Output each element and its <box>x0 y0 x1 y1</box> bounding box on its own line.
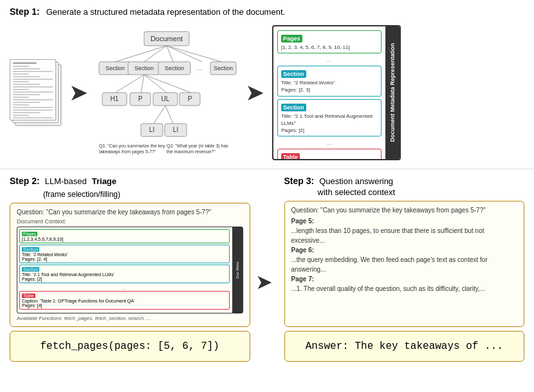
svg-line-19 <box>144 75 191 93</box>
step2-mini-table-caption: Caption: 'Table 1: GPTriage Functions fo… <box>22 299 227 303</box>
meta-section2-title: Title: "2.1 Tool and Retrieval Augmented… <box>281 113 378 127</box>
svg-line-6 <box>167 46 221 62</box>
step1-description: Generate a structured metadata represent… <box>46 7 285 17</box>
metadata-label-text: Document Metadata Representation <box>389 43 396 142</box>
step2-context-box: Question: "Can you summarize the key tak… <box>10 203 250 327</box>
step3-page7-label: Page 7: <box>291 275 315 283</box>
svg-line-2 <box>115 46 167 62</box>
step1-header: Step 1: Generate a structured metadata r… <box>10 6 524 17</box>
meta-pages-block: Pages [1, 2, 3, 4, 5, 6, 7, 8, 9, 10, 11… <box>277 30 382 53</box>
step2-mini-section1: Section Title: '2 Related Works' Pages: … <box>19 245 230 263</box>
step2-mini-pages-hdr: Pages <box>22 232 37 236</box>
tree-svg: Document Section Section Section ... Sec… <box>96 28 237 157</box>
svg-text:UL: UL <box>161 95 170 102</box>
step3-header: Step 3: Question answering <box>284 176 525 186</box>
step2-mini-meta-label: Doc Meta <box>232 227 243 313</box>
arrow-step2-to-step3: ➤ <box>250 176 278 362</box>
step2-question: Question: "Can you summarize the key tak… <box>17 209 243 216</box>
step1-label: Step 1: <box>10 6 40 17</box>
step2-result-box: fetch_pages(pages: [5, 6, 7]) <box>10 331 250 362</box>
step2-title: LLM-based <box>45 176 87 186</box>
arrow-tree-to-meta: ➤ <box>245 79 264 106</box>
svg-text:H1: H1 <box>111 95 119 102</box>
step2-column: Step 2: LLM-based Triage (frame selectio… <box>10 176 250 362</box>
step3-page6-label: Page 6: <box>291 247 315 254</box>
step2-mini-pages: Pages [1,2,3,4,5,6,7,8,9,10] <box>19 229 230 243</box>
step3-answer-box: Question: "Can you summarize the key tak… <box>284 201 525 327</box>
step2-mini-section2: Section Title: '2.1 Tool and Retrieval A… <box>19 265 230 283</box>
doc-page-front <box>10 59 56 120</box>
meta-table-label: Table <box>281 153 300 160</box>
step2-label: Step 2: <box>10 176 40 186</box>
svg-text:Q1: "Can you summarize the key: Q1: "Can you summarize the key <box>99 144 165 149</box>
step1-area: Step 1: Generate a structured metadata r… <box>0 0 534 169</box>
steps23-outer: Step 2: LLM-based Triage (frame selectio… <box>0 169 534 368</box>
metadata-inner: Pages [1, 2, 3, 4, 5, 6, 7, 8, 9, 10, 11… <box>273 26 400 159</box>
step3-answer-text: Answer: The key takeaways of ... <box>306 341 503 352</box>
metadata-representation: Document Metadata Representation Pages [… <box>272 25 401 160</box>
meta-table-block: Table Caption: "Table 1: GPTriage functi… <box>277 149 382 160</box>
step3-label: Step 3: <box>284 176 315 186</box>
step3-page5-text: ...length less than 10 pages, to ensure … <box>291 226 518 245</box>
svg-text:Q2: "What year (in table 3) ha: Q2: "What year (in table 3) has <box>167 144 228 149</box>
svg-line-28 <box>154 106 165 124</box>
meta-pages-value: [1, 2, 3, 4, 5, 6, 7, 8, 9, 10, 11] <box>281 44 378 51</box>
step2-mini-sec1-title: Title: '2 Related Works' <box>22 252 227 257</box>
meta-dots1: ... <box>277 56 382 63</box>
step2-title-bold: Triage <box>92 176 116 186</box>
step3-page6-text: ...the query embedding. We then feed eac… <box>291 255 518 274</box>
svg-text:P: P <box>188 95 192 102</box>
svg-text:LI: LI <box>173 126 178 133</box>
step2-mini-meta-label-text: Doc Meta <box>235 262 239 279</box>
step3-answer-content: Page 5: ...length less than 10 pages, to… <box>291 216 518 294</box>
meta-dots2: ... <box>277 139 382 146</box>
svg-text:Section: Section <box>106 65 125 71</box>
step2-mini-table-hdr: Table <box>22 294 35 298</box>
svg-line-3 <box>144 46 167 62</box>
svg-text:takeaways from pages 5-7?": takeaways from pages 5-7?" <box>99 149 156 154</box>
svg-text:Document: Document <box>151 35 183 42</box>
metadata-vertical-label: Document Metadata Representation <box>385 26 400 159</box>
step1-content: ➤ Document Section Section Section <box>10 22 524 163</box>
step2-mini-meta: Doc Meta Pages [1,2,3,4,5,6,7,8,9,10] Se… <box>17 227 243 313</box>
step2-mini-dots: ... <box>19 285 230 291</box>
meta-section1-label: Section <box>281 70 306 78</box>
step2-doc-context-label: Document Context: <box>17 218 243 225</box>
document-stack <box>10 59 61 127</box>
step2-mini-sec2-title: Title: '2.1 Tool and Retrieval Augmented… <box>22 272 227 277</box>
step3-page5-label: Page 5: <box>291 218 315 225</box>
svg-text:Section: Section <box>134 65 154 71</box>
step2-result-text: fetch_pages(pages: [5, 6, 7]) <box>41 341 219 352</box>
step3-title: Question answering <box>319 176 393 186</box>
svg-line-17 <box>141 75 144 93</box>
arrow-doc-to-tree: ➤ <box>69 79 88 106</box>
meta-section1-title: Title: "2 Related Works" <box>281 79 378 86</box>
svg-text:Section: Section <box>165 65 184 71</box>
step2-mini-sec1-pages: Pages: [2, 4] <box>22 257 227 261</box>
svg-text:LI: LI <box>149 126 154 133</box>
meta-pages-label: Pages <box>281 35 302 42</box>
svg-line-18 <box>144 75 167 93</box>
step2-mini-table-pages: Pages: [4] <box>22 303 227 308</box>
svg-text:...: ... <box>196 63 202 72</box>
meta-section1-pages: Pages: [2, 3] <box>281 86 378 93</box>
svg-text:the maximum revenue?": the maximum revenue?" <box>167 149 216 154</box>
step2-mini-sec2-pages: Pages: [2] <box>22 277 227 281</box>
meta-section2-pages: Pages: [2] <box>281 127 378 134</box>
svg-line-16 <box>115 75 144 93</box>
meta-section2-block: Section Title: "2.1 Tool and Retrieval A… <box>277 99 382 137</box>
meta-section1-block: Section Title: "2 Related Works" Pages: … <box>277 66 382 96</box>
step2-header: Step 2: LLM-based Triage <box>10 176 250 186</box>
svg-text:P: P <box>138 95 143 102</box>
svg-text:Section: Section <box>214 65 233 71</box>
svg-line-29 <box>165 106 173 124</box>
step3-column: Step 3: Question answering with selected… <box>278 176 525 362</box>
step3-result-box: Answer: The key takeaways of ... <box>284 331 525 362</box>
step2-mini-pages-val: [1,2,3,4,5,6,7,8,9,10] <box>22 237 227 241</box>
step2-mini-sec2-hdr: Section <box>22 267 39 272</box>
step2-mini-sec1-hdr: Section <box>22 247 39 252</box>
meta-section2-label: Section <box>281 104 306 111</box>
step2-avail-functions: Available Functions: fetch_pages, fetch_… <box>17 315 243 321</box>
step3-title2: with selected context <box>284 187 525 197</box>
step3-question: Question: "Can you summarize the key tak… <box>291 207 518 214</box>
